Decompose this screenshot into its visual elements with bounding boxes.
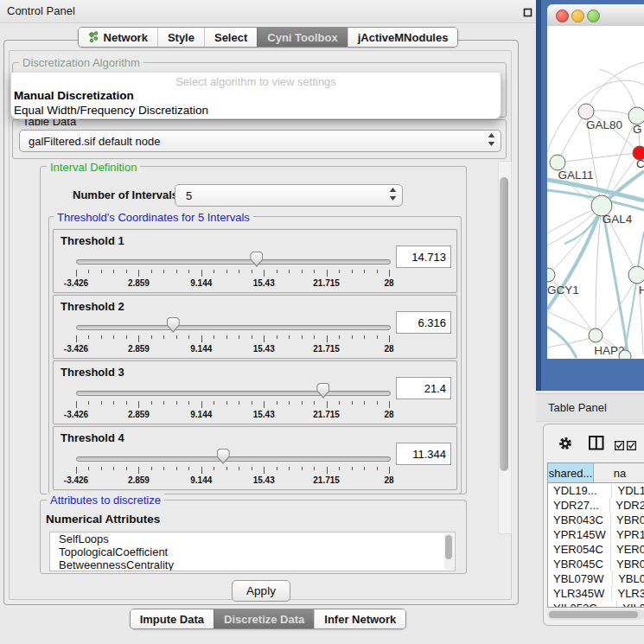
slider-tick bbox=[76, 467, 77, 474]
network-window-frame bbox=[536, 0, 541, 391]
table-hscrollbar-thumb[interactable] bbox=[549, 611, 638, 618]
network-edge[interactable] bbox=[603, 207, 628, 358]
algorithm-option[interactable]: Equal Width/Frequency Discretization bbox=[11, 103, 501, 118]
slider-tick bbox=[201, 335, 202, 342]
network-canvas[interactable]: GAL80GCGAL11GAL4GCY1HHAP2 bbox=[547, 26, 644, 359]
network-edge[interactable] bbox=[558, 153, 639, 163]
apply-button[interactable]: Apply bbox=[232, 580, 290, 602]
tab-impute-data[interactable]: Impute Data bbox=[131, 609, 214, 628]
slider-tick bbox=[302, 401, 303, 405]
slider-tick bbox=[138, 270, 139, 277]
tab-cyni-toolbox[interactable]: Cyni Toolbox bbox=[257, 28, 347, 47]
network-edge[interactable] bbox=[558, 112, 586, 162]
slider-tick bbox=[76, 401, 77, 408]
network-node[interactable] bbox=[628, 107, 644, 124]
slider-tick bbox=[163, 335, 164, 339]
slider-tick bbox=[101, 401, 102, 405]
slider-tick-label: 21.715 bbox=[313, 278, 340, 288]
zoom-window-icon[interactable] bbox=[587, 10, 600, 22]
numerical-attribute-item[interactable]: TopologicalCoefficient bbox=[50, 545, 455, 558]
network-window-titlebar[interactable] bbox=[547, 4, 644, 27]
table-row[interactable]: YBL079WYBL0 bbox=[548, 571, 644, 586]
network-edge[interactable] bbox=[596, 207, 602, 335]
slider-tick-label: 9.144 bbox=[190, 344, 212, 354]
slider-thumb[interactable] bbox=[316, 383, 329, 399]
tab-discretize-data[interactable]: Discretize Data bbox=[214, 609, 314, 628]
numerical-attribute-item[interactable]: BetweennessCentrality bbox=[50, 558, 455, 571]
slider-tick bbox=[264, 467, 265, 474]
table-hscrollbar-track[interactable] bbox=[547, 609, 644, 620]
slider-tick-label: 28 bbox=[384, 344, 393, 354]
split-view-icon[interactable] bbox=[589, 436, 604, 454]
tab-infer-network[interactable]: Infer Network bbox=[314, 609, 405, 628]
slider-tick-label: -3.426 bbox=[64, 475, 88, 485]
tab-jactivemnodules[interactable]: jActiveMNodules bbox=[348, 28, 458, 47]
table-row[interactable]: YER054CYER0 bbox=[548, 542, 644, 557]
table-row[interactable]: YDR27...YDR2 bbox=[548, 498, 644, 513]
slider-tick bbox=[264, 401, 265, 408]
network-node[interactable] bbox=[619, 350, 631, 359]
gear-icon[interactable] bbox=[558, 436, 573, 455]
network-node[interactable] bbox=[628, 266, 644, 284]
threshold-value-field[interactable] bbox=[396, 443, 451, 465]
table-row[interactable]: YIL052CYIL0 bbox=[548, 601, 644, 608]
slider-tick bbox=[214, 335, 214, 339]
table-row[interactable]: YBR045CYBR0 bbox=[548, 557, 644, 571]
table-row[interactable]: YDL19...YDL1 bbox=[548, 483, 644, 498]
table-cell: YER0 bbox=[611, 542, 644, 557]
slider-tick-label: 15.43 bbox=[253, 475, 275, 485]
slider-thumb[interactable] bbox=[167, 317, 180, 333]
tab-style[interactable]: Style bbox=[157, 28, 204, 47]
float-icon[interactable] bbox=[522, 6, 533, 17]
slider-tick bbox=[163, 467, 164, 470]
numerical-attributes-list[interactable]: SelfLoopsTopologicalCoefficientBetweenne… bbox=[49, 532, 456, 571]
table-column-header[interactable]: shared... bbox=[548, 463, 594, 482]
slider-tick bbox=[239, 467, 239, 470]
slider-thumb[interactable] bbox=[217, 449, 230, 464]
table-data-combobox[interactable]: galFiltered.sif default node bbox=[19, 130, 501, 152]
minimize-window-icon[interactable] bbox=[571, 10, 584, 22]
slider-tick bbox=[76, 335, 77, 342]
slider-tick bbox=[138, 401, 139, 408]
table-row[interactable]: YLR345WYLR3 bbox=[548, 586, 644, 601]
network-edge[interactable] bbox=[586, 62, 644, 112]
slider-track[interactable] bbox=[76, 259, 391, 265]
node-attribute-table[interactable]: shared...na YDL19...YDL1YDR27...YDR2YBR0… bbox=[547, 462, 644, 608]
close-window-icon[interactable] bbox=[556, 10, 569, 22]
algorithm-option[interactable]: Manual Discretization bbox=[11, 88, 501, 103]
slider-tick bbox=[226, 335, 227, 339]
slider-track[interactable] bbox=[76, 456, 391, 462]
threshold-slider[interactable]: -3.4262.8599.14415.4321.71528 bbox=[76, 448, 389, 488]
checkbox-icon[interactable] bbox=[627, 438, 636, 454]
slider-thumb[interactable] bbox=[250, 252, 263, 267]
slider-track[interactable] bbox=[76, 391, 391, 396]
slider-tick bbox=[88, 270, 89, 273]
table-row[interactable]: YPR145WYPR1 bbox=[548, 527, 644, 542]
network-node[interactable] bbox=[547, 268, 555, 282]
threshold-value-field[interactable] bbox=[396, 377, 451, 399]
threshold-slider[interactable]: -3.4262.8599.14415.4321.71528 bbox=[76, 382, 389, 422]
threshold-value-field[interactable] bbox=[396, 311, 451, 334]
tab-network[interactable]: Network bbox=[79, 28, 157, 47]
slider-tick bbox=[364, 467, 365, 470]
slider-tick-label: 2.859 bbox=[128, 344, 150, 354]
checkbox-icon[interactable] bbox=[615, 438, 624, 454]
attributes-list-scrollbar[interactable] bbox=[444, 533, 454, 570]
control-panel: Control Panel NetworkStyleSelectCyni Too… bbox=[0, 0, 536, 644]
threshold-slider[interactable]: -3.4262.8599.14415.4321.71528 bbox=[76, 251, 389, 290]
slider-track[interactable] bbox=[76, 325, 391, 330]
slider-tick-label: 9.144 bbox=[190, 475, 212, 485]
threshold-slider[interactable]: -3.4262.8599.14415.4321.71528 bbox=[76, 316, 389, 356]
threshold-value-field[interactable] bbox=[396, 245, 451, 268]
panel-scrollbar-thumb[interactable] bbox=[500, 177, 508, 471]
tab-select[interactable]: Select bbox=[204, 28, 257, 47]
table-column-header[interactable]: na bbox=[594, 463, 644, 482]
network-node[interactable] bbox=[589, 328, 603, 342]
network-edge[interactable] bbox=[547, 336, 595, 348]
table-row[interactable]: YBR043CYBR0 bbox=[548, 513, 644, 527]
number-of-intervals-combobox[interactable]: 5 bbox=[175, 184, 403, 207]
tab-label: Style bbox=[168, 31, 194, 44]
network-node[interactable] bbox=[578, 104, 594, 119]
slider-tick bbox=[339, 467, 340, 470]
numerical-attribute-item[interactable]: SelfLoops bbox=[50, 532, 455, 545]
